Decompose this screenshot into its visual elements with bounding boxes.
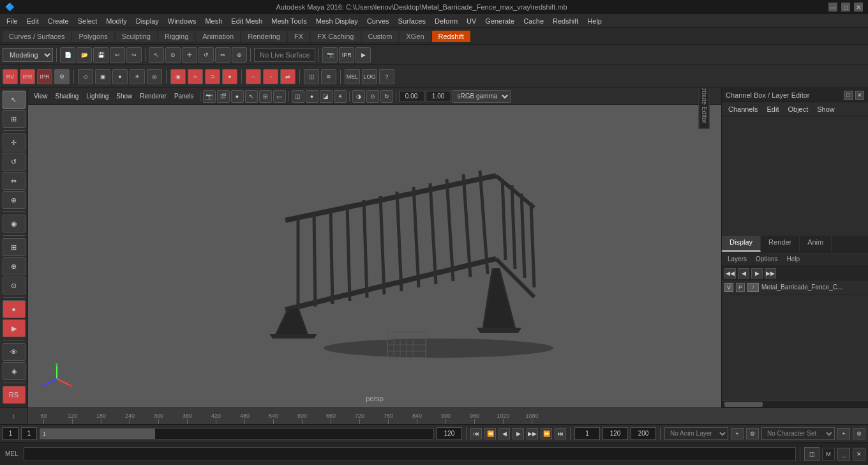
rs-volume-btn[interactable]: ◫ — [304, 69, 319, 84]
rs-rv-btn[interactable]: RV — [3, 69, 18, 84]
menu-uv[interactable]: UV — [463, 16, 480, 26]
cmd-script-editor-btn[interactable]: ◫ — [804, 447, 819, 461]
rs-disp-btn[interactable]: ≋ — [321, 69, 336, 84]
anim-layer-add-btn[interactable]: + — [731, 428, 744, 439]
universal-tool-btn[interactable]: ⊕ — [3, 191, 26, 209]
rs-sphere-btn[interactable]: ● — [112, 69, 128, 84]
vp-flat-btn[interactable]: ◪ — [320, 90, 333, 103]
menu-edit-mesh[interactable]: Edit Mesh — [227, 16, 266, 26]
playback-back-btn[interactable]: ⏪ — [484, 428, 496, 439]
vp-grid-btn[interactable]: ⊞ — [259, 90, 272, 103]
redo-btn[interactable]: ↪ — [126, 47, 142, 63]
vp-refresh-btn[interactable]: ↻ — [380, 90, 393, 103]
rs-log-btn[interactable]: LOG — [362, 69, 377, 84]
rp-channels[interactable]: Channels — [724, 104, 761, 114]
menu-file[interactable]: File — [3, 16, 22, 26]
vp-camera-btn[interactable]: 📷 — [203, 90, 216, 103]
rp-edit[interactable]: Edit — [763, 104, 782, 114]
layer-fwd2-btn[interactable]: ▶▶ — [765, 268, 776, 278]
range-end-input[interactable] — [437, 427, 462, 440]
playback-play-btn[interactable]: ▶ — [513, 428, 524, 439]
vp-val1-input[interactable] — [399, 91, 424, 102]
universal-btn[interactable]: ⊕ — [232, 47, 247, 63]
vp-menu-show[interactable]: Show — [113, 91, 135, 101]
snap-point-btn[interactable]: ⊙ — [3, 277, 26, 294]
minimize-button[interactable]: — — [828, 3, 837, 11]
vp-menu-view[interactable]: View — [31, 91, 51, 101]
vp-val2-input[interactable] — [426, 91, 451, 102]
taskbar-maya-btn[interactable]: M — [822, 448, 835, 461]
menu-cache[interactable]: Cache — [520, 16, 548, 26]
menu-mesh-display[interactable]: Mesh Display — [312, 16, 362, 26]
vp-ao-btn[interactable]: ⊙ — [366, 90, 379, 103]
new-scene-btn[interactable]: 📄 — [60, 47, 75, 63]
fps-input[interactable] — [631, 427, 656, 440]
redshift-btn[interactable]: RS — [3, 386, 26, 404]
menu-select[interactable]: Select — [74, 16, 101, 26]
menu-windows[interactable]: Windows — [164, 16, 200, 26]
playback-start-btn[interactable]: ⏮ — [470, 428, 482, 439]
vp-sel-btn[interactable]: ↖ — [245, 90, 258, 103]
marquee-btn[interactable]: ⊞ — [3, 110, 26, 128]
rs-proxy-btn[interactable]: ↔ — [246, 69, 261, 84]
rs-settings-btn[interactable]: ⚙ — [54, 69, 70, 84]
cmd-input[interactable] — [24, 447, 796, 461]
tab-rigging[interactable]: Rigging — [158, 31, 195, 42]
select-mode-btn[interactable]: ↖ — [3, 91, 26, 109]
vp-light-btn[interactable]: ☀ — [334, 90, 347, 103]
vp-menu-panels[interactable]: Panels — [171, 91, 197, 101]
menu-create[interactable]: Create — [44, 16, 73, 26]
layer-fwd-btn[interactable]: ▶ — [751, 268, 763, 278]
layer-prev-btn[interactable]: ◀◀ — [724, 268, 736, 278]
tab-sculpting[interactable]: Sculpting — [116, 31, 157, 42]
layer-item[interactable]: V P / Metal_Barricade_Fence_C... — [722, 280, 868, 294]
maximize-button[interactable]: □ — [841, 3, 850, 11]
vp-wire-btn[interactable]: ◫ — [292, 90, 304, 103]
vp-menu-shading[interactable]: Shading — [52, 91, 82, 101]
menu-edit[interactable]: Edit — [23, 16, 43, 26]
rs-mat4-btn[interactable]: ● — [222, 69, 237, 84]
move-btn[interactable]: ✛ — [182, 47, 197, 63]
vp-cam-btn[interactable]: ● — [231, 90, 244, 103]
ls-layers[interactable]: Layers — [724, 254, 750, 264]
render-view-btn[interactable]: ● — [3, 300, 26, 318]
timeline-ruler[interactable]: 60 120 180 240 300 360 420 480 540 600 6… — [28, 408, 868, 424]
render-btn[interactable]: ▶ — [355, 47, 371, 63]
anim-layer-dropdown[interactable]: No Anim Layer — [664, 427, 728, 440]
rs-help-btn[interactable]: ? — [379, 69, 394, 84]
attribute-editor-tab[interactable]: Attribute Editor — [699, 88, 710, 129]
open-scene-btn[interactable]: 📂 — [77, 47, 92, 63]
tab-anim[interactable]: Anim — [800, 236, 832, 252]
vp-frame-btn[interactable]: ▭ — [273, 90, 286, 103]
rotate-tool-btn[interactable]: ↺ — [3, 153, 26, 171]
char-set-settings-btn[interactable]: ⚙ — [853, 428, 865, 439]
scale-tool-btn[interactable]: ⇔ — [3, 172, 26, 190]
anim-end-input[interactable] — [602, 427, 628, 440]
undo-btn[interactable]: ↩ — [110, 47, 125, 63]
rs-mel-btn[interactable]: MEL — [345, 69, 360, 84]
lasso-btn[interactable]: ⊙ — [165, 47, 181, 63]
menu-modify[interactable]: Modify — [102, 16, 130, 26]
menu-deform[interactable]: Deform — [431, 16, 461, 26]
vp-gamma-dropdown[interactable]: sRGB gamma — [453, 90, 511, 103]
vp-film-btn[interactable]: 🎬 — [217, 90, 230, 103]
taskbar-close-btn[interactable]: ✕ — [853, 448, 865, 461]
snap-grid-btn[interactable]: ⊞ — [3, 238, 26, 256]
anim-layer-settings-btn[interactable]: ⚙ — [746, 428, 759, 439]
menu-mesh-tools[interactable]: Mesh Tools — [267, 16, 310, 26]
playback-end-btn[interactable]: ⏭ — [555, 428, 566, 439]
soft-sel-btn[interactable]: ◉ — [3, 215, 26, 232]
menu-redshift[interactable]: Redshift — [549, 16, 582, 26]
tab-fx-caching[interactable]: FX Caching — [311, 31, 360, 42]
tab-polygons[interactable]: Polygons — [72, 31, 114, 42]
playback-step-fwd-btn[interactable]: ▶▶ — [527, 428, 538, 439]
rs-proxy2-btn[interactable]: → — [263, 69, 278, 84]
tab-curves-surfaces[interactable]: Curves / Surfaces — [3, 31, 71, 42]
3d-viewport[interactable]: x y z persp — [28, 105, 721, 408]
rs-cube-btn[interactable]: ◇ — [78, 69, 93, 84]
rs-light-btn[interactable]: ☀ — [130, 69, 145, 84]
menu-display[interactable]: Display — [132, 16, 163, 26]
rs-proxy3-btn[interactable]: ⇌ — [280, 69, 296, 84]
frame-start-input[interactable] — [21, 427, 37, 440]
vp-menu-lighting[interactable]: Lighting — [83, 91, 112, 101]
